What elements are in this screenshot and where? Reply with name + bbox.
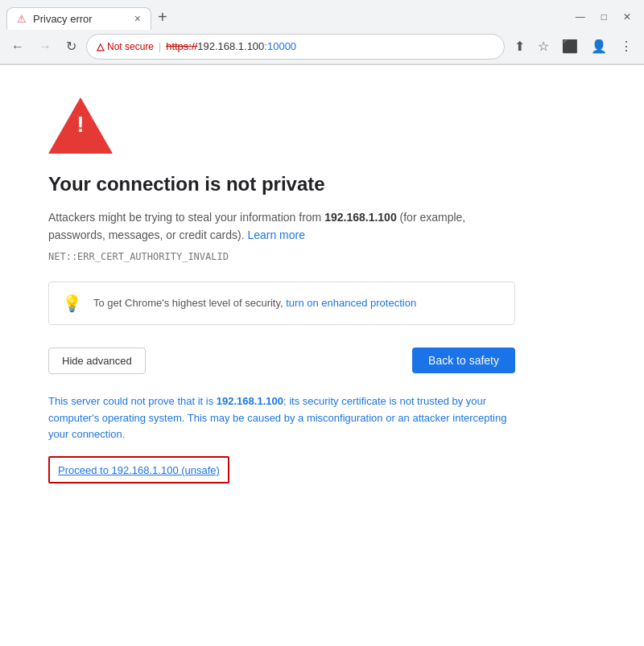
address-strikethrough: https:// bbox=[166, 40, 197, 52]
browser-chrome: ⚠ Privacy error × + — □ ✕ ← → ↻ △ Not se… bbox=[0, 0, 644, 65]
tab-bar: ⚠ Privacy error × + bbox=[6, 5, 569, 30]
forward-button[interactable]: → bbox=[34, 37, 56, 56]
page-content: ! Your connection is not private Attacke… bbox=[0, 65, 644, 644]
advanced-text-prefix: This server could not prove that it is bbox=[48, 395, 217, 407]
address-port: :10000 bbox=[264, 40, 296, 52]
window-close-button[interactable]: ✕ bbox=[617, 8, 638, 26]
address-domain: 192.168.1.100 bbox=[197, 40, 264, 52]
bulb-icon: 💡 bbox=[62, 294, 82, 313]
proceed-link[interactable]: Proceed to 192.168.1.100 (unsafe) bbox=[58, 464, 220, 476]
active-tab[interactable]: ⚠ Privacy error × bbox=[6, 7, 151, 30]
window-controls: — □ ✕ bbox=[569, 8, 638, 26]
share-button[interactable]: ⬆ bbox=[510, 35, 530, 57]
security-tip-box: 💡 To get Chrome's highest level of secur… bbox=[48, 282, 515, 325]
nav-icons: ⬆ ☆ ⬛ 👤 ⋮ bbox=[510, 35, 638, 57]
reload-button[interactable]: ↻ bbox=[61, 37, 81, 56]
security-tip-prefix: To get Chrome's highest level of securit… bbox=[93, 297, 286, 309]
menu-button[interactable]: ⋮ bbox=[615, 35, 638, 57]
description-bold: 192.168.1.100 bbox=[324, 211, 397, 224]
hide-advanced-button[interactable]: Hide advanced bbox=[48, 348, 146, 374]
security-tip-text: To get Chrome's highest level of securit… bbox=[93, 297, 416, 309]
warning-triangle: ! bbox=[48, 97, 113, 154]
enhanced-protection-link[interactable]: turn on enhanced protection bbox=[286, 297, 416, 309]
advanced-text-bold: 192.168.1.100 bbox=[217, 395, 283, 407]
not-secure-indicator: △ Not secure bbox=[97, 41, 154, 52]
error-code: NET::ERR_CERT_AUTHORITY_INVALID bbox=[48, 251, 596, 262]
window-minimize-button[interactable]: — bbox=[569, 8, 592, 26]
extensions-button[interactable]: ⬛ bbox=[557, 35, 583, 57]
navigation-bar: ← → ↻ △ Not secure | https://192.168.1.1… bbox=[0, 29, 644, 64]
not-secure-icon: △ bbox=[97, 41, 104, 52]
address-bar[interactable]: △ Not secure | https://192.168.1.100:100… bbox=[86, 34, 505, 60]
address-separator: | bbox=[159, 41, 161, 52]
window-maximize-button[interactable]: □ bbox=[595, 8, 613, 26]
description-prefix: Attackers might be trying to steal your … bbox=[48, 211, 324, 224]
tab-warning-icon: ⚠ bbox=[17, 13, 27, 25]
not-secure-label: Not secure bbox=[107, 41, 154, 52]
title-bar: ⚠ Privacy error × + — □ ✕ bbox=[0, 0, 644, 29]
profile-button[interactable]: 👤 bbox=[586, 35, 612, 57]
proceed-link-container: Proceed to 192.168.1.100 (unsafe) bbox=[48, 456, 229, 483]
triangle-shape: ! bbox=[48, 97, 113, 154]
tab-close-button[interactable]: × bbox=[134, 13, 141, 24]
warning-icon-container: ! bbox=[48, 97, 596, 157]
description: Attackers might be trying to steal your … bbox=[48, 208, 515, 245]
back-to-safety-button[interactable]: Back to safety bbox=[412, 348, 515, 373]
tab-title: Privacy error bbox=[33, 13, 93, 25]
new-tab-button[interactable]: + bbox=[151, 5, 174, 30]
bookmark-button[interactable]: ☆ bbox=[533, 35, 554, 57]
address-text: https://192.168.1.100:10000 bbox=[166, 40, 296, 52]
buttons-row: Hide advanced Back to safety bbox=[48, 348, 515, 374]
learn-more-link[interactable]: Learn more bbox=[247, 228, 305, 241]
advanced-info: This server could not prove that it is 1… bbox=[48, 393, 515, 443]
back-button[interactable]: ← bbox=[6, 37, 29, 56]
exclamation-mark: ! bbox=[76, 113, 84, 136]
main-heading: Your connection is not private bbox=[48, 173, 596, 195]
